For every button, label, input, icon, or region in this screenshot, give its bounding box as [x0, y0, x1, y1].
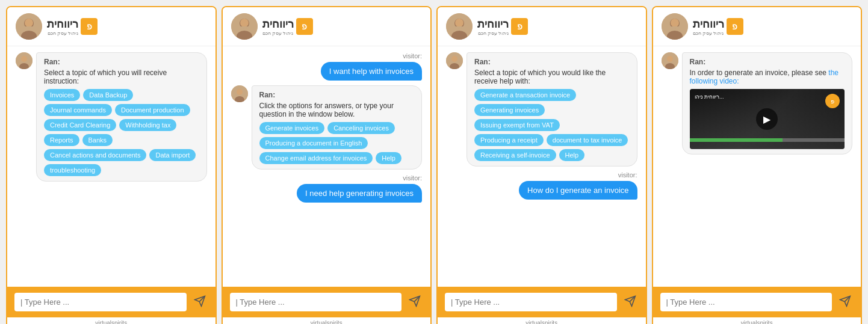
panel-messages-3: Ran: Select a topic of which you would l… [438, 46, 646, 287]
panel-footer-3 [438, 287, 646, 317]
type-input-2[interactable] [230, 293, 402, 311]
avatar-4 [662, 13, 688, 40]
panel-branding-1: virtualspirits [7, 317, 215, 324]
svg-point-12 [240, 19, 249, 27]
visitor-message-row-2a: I want help with invoices [231, 62, 423, 81]
video-thumbnail[interactable]: פ ריווחית ניהו... ▶ [690, 89, 845, 149]
option-document-production[interactable]: Document production [115, 104, 190, 116]
send-button-4[interactable] [837, 293, 854, 311]
option-banks[interactable]: Banks [82, 134, 113, 146]
panel-header-4: ריווחית ניהול עסק חכם פ [653, 7, 861, 46]
visitor-bubble-3: How do I generate an invoice [519, 181, 637, 200]
brand-name-4: ריווחית [693, 17, 724, 31]
branding-text-2: virtualspirits [311, 320, 343, 324]
bot-text-4: In order to generate an invoice, please … [690, 69, 845, 85]
option-data-backup[interactable]: Data Backup [83, 89, 133, 101]
bot-avatar-sm-4 [662, 52, 678, 69]
option-canceling-invoices[interactable]: Canceling invoices [327, 122, 395, 134]
option-help-2[interactable]: Help [376, 152, 401, 164]
option-credit-card-clearing[interactable]: Credit Card Clearing [44, 119, 116, 131]
bot-message-row-2: Ran: Click the options for answers, or t… [231, 85, 423, 170]
option-change-email[interactable]: Change email address for invoices [259, 152, 373, 164]
brand-icon-4: פ [727, 18, 743, 35]
option-invoices[interactable]: Invoices [44, 89, 80, 101]
panel-header-2: ריווחית ניהול עסק חכם פ [223, 7, 431, 46]
type-input-1[interactable] [14, 293, 187, 311]
panel-branding-4: virtualspirits [653, 317, 861, 324]
panel-footer-4 [653, 287, 861, 317]
option-self-invoice[interactable]: Receiving a self-invoice [474, 149, 556, 161]
option-reports[interactable]: Reports [44, 134, 79, 146]
panel-branding-2: virtualspirits [223, 317, 431, 324]
brand-logo-2: ריווחית ניהול עסק חכם פ [262, 17, 313, 36]
option-help-3[interactable]: Help [559, 149, 585, 161]
chat-panel-3: ריווחית ניהול עסק חכם פ Ran: Select a to… [436, 6, 647, 324]
panel-footer-1 [7, 287, 215, 317]
brand-icon-2: פ [296, 18, 313, 35]
option-buttons-2: Generate invoices Canceling invoices Pro… [259, 122, 415, 164]
ran-label-2: Ran: [259, 91, 415, 99]
brand-icon-1: פ [81, 18, 98, 35]
bot-bubble-1: Ran: Select a topic of which you will re… [36, 52, 207, 182]
chat-panel-1: ריווחית ניהול עסק חכם פ Ran: Select a to… [6, 6, 217, 324]
ran-label-4: Ran: [690, 58, 845, 66]
option-producing-doc-english[interactable]: Producing a document in English [259, 137, 368, 149]
visitor-label-3: visitor: [446, 171, 637, 179]
brand-logo-1: ריווחית ניהול עסק חכם פ [47, 17, 98, 36]
brand-subtext-2: ניהול עסק חכם [262, 31, 294, 36]
brand-subtext-1: ניהול עסק חכם [47, 31, 78, 36]
panel-header-3: ריווחית ניהול עסק חכם פ [438, 7, 646, 46]
brand-name-1: ריווחית [47, 17, 78, 31]
option-buttons-1: Invoices Data Backup Journal commands Do… [44, 89, 199, 176]
svg-point-32 [667, 56, 673, 62]
visitor-label-2b: visitor: [231, 174, 423, 182]
following-video-link[interactable]: the following video: [690, 69, 839, 85]
brand-subtext-4: ניהול עסק חכם [693, 31, 724, 36]
type-input-3[interactable] [445, 293, 617, 311]
brand-logo-3: ריווחית ניהול עסק חכם פ [477, 17, 528, 36]
panel-messages-2: visitor: I want help with invoices Ran: … [223, 46, 431, 287]
option-generating-invoices[interactable]: Generating invoices [474, 104, 545, 116]
brand-name-3: ריווחית [477, 17, 509, 31]
option-journal-commands[interactable]: Journal commands [44, 104, 112, 116]
option-cancel-actions[interactable]: Cancel actions and documents [44, 149, 146, 161]
branding-text-3: virtualspirits [525, 320, 557, 324]
panel-branding-3: virtualspirits [438, 317, 646, 324]
send-button-3[interactable] [622, 293, 639, 311]
ran-label-1: Ran: [44, 58, 199, 66]
send-button-2[interactable] [406, 293, 423, 311]
bot-message-row-3: Ran: Select a topic of which you would l… [446, 52, 637, 167]
video-brand-label: פ [825, 94, 840, 108]
bot-avatar-sm-3 [446, 52, 463, 69]
option-transaction-invoice[interactable]: Generate a transaction invoice [474, 89, 576, 101]
option-withholding-tax[interactable]: Withholding tax [119, 119, 176, 131]
panel-footer-2 [223, 287, 431, 317]
svg-point-21 [455, 19, 463, 27]
video-progress-bar [690, 138, 845, 142]
option-data-import[interactable]: Data import [149, 149, 196, 161]
svg-point-14 [237, 89, 243, 95]
branding-text-1: virtualspirits [95, 320, 127, 324]
bot-bubble-4: Ran: In order to generate an invoice, pl… [682, 52, 853, 154]
send-button-1[interactable] [191, 293, 208, 311]
avatar-3 [446, 13, 473, 40]
branding-text-4: virtualspirits [741, 320, 773, 324]
svg-point-30 [671, 19, 679, 27]
type-input-4[interactable] [660, 293, 832, 311]
option-producing-receipt[interactable]: Producing a receipt [474, 134, 544, 146]
option-generate-invoices[interactable]: Generate invoices [259, 122, 325, 134]
brand-logo-4: ריווחית ניהול עסק חכם פ [693, 17, 743, 36]
option-buttons-3: Generate a transaction invoice Generatin… [474, 89, 630, 161]
brand-icon-3: פ [511, 18, 528, 35]
brand-name-2: ריווחית [262, 17, 294, 31]
option-doc-to-tax[interactable]: document to tax invoice [547, 134, 628, 146]
ran-label-3: Ran: [474, 58, 630, 66]
avatar-1 [16, 13, 42, 40]
option-troubleshooting[interactable]: troubleshooting [44, 164, 101, 176]
option-issuing-exempt-vat[interactable]: Issuing exempt from VAT [474, 119, 560, 131]
chat-panels-container: ריווחית ניהול עסק חכם פ Ran: Select a to… [6, 6, 862, 324]
chat-panel-4: ריווחית ניהול עסק חכם פ Ran: In order to [652, 6, 863, 324]
visitor-message-row-3: How do I generate an invoice [446, 181, 637, 200]
panel-messages-1: Ran: Select a topic of which you will re… [7, 46, 215, 287]
play-button[interactable]: ▶ [756, 108, 778, 130]
